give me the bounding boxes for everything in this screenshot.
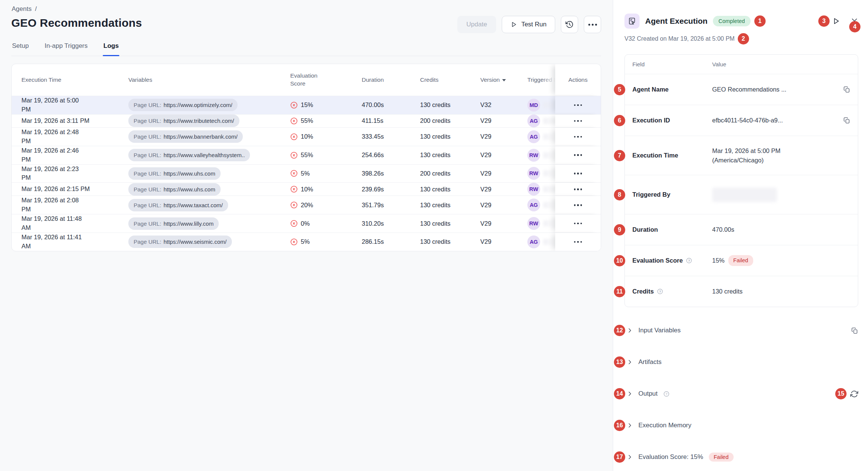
table-row[interactable]: Mar 19, 2026 at 11:41AM Page URL: https:…: [12, 232, 601, 251]
actions-cell: [555, 128, 601, 146]
collapsible-section[interactable]: 12 Input Variables: [624, 315, 858, 346]
duration-cell: 286.15s: [362, 238, 420, 245]
fade-overlay: [542, 183, 555, 196]
version-history-button[interactable]: [561, 16, 578, 33]
row-actions-button[interactable]: [570, 150, 586, 160]
breadcrumb-agents-link[interactable]: Agents: [12, 5, 32, 13]
page-url-pill: Page URL: https://www.taxact.com/: [128, 199, 228, 211]
error-circle-icon: [290, 201, 298, 209]
variables-cell: Page URL: https://www.lilly.com: [128, 217, 290, 230]
field-value: 15% Failed: [712, 255, 850, 266]
column-version-sort[interactable]: Version: [480, 76, 527, 83]
copy-button[interactable]: [843, 117, 850, 124]
page-url-pill: Page URL: https://www.uhs.com: [128, 167, 221, 180]
row-actions-button[interactable]: [570, 116, 586, 126]
evaluation-score-cell: 15%: [290, 101, 362, 109]
page-url-label: Page URL:: [134, 118, 161, 124]
annotation-badge: 10: [614, 255, 625, 266]
help-icon[interactable]: ?: [663, 391, 670, 397]
page-url-label: Page URL:: [134, 102, 161, 108]
logs-table: Execution Time Variables Evaluation Scor…: [11, 64, 601, 251]
table-row[interactable]: Mar 19, 2026 at 2:48PM Page URL: https:/…: [12, 127, 601, 146]
column-evaluation-score: Evaluation Score: [290, 72, 362, 88]
row-actions-button[interactable]: [570, 101, 586, 110]
collapsible-section[interactable]: 14 Output ? 15: [624, 378, 858, 410]
table-row[interactable]: Mar 19, 2026 at 2:08PM Page URL: https:/…: [12, 196, 601, 214]
credits-cell: 130 credits: [420, 101, 480, 109]
evaluation-score-cell: 5%: [290, 170, 362, 177]
field-row: 7 Execution Time Mar 19, 2026 at 5:00 PM…: [625, 136, 858, 175]
collapsible-section[interactable]: 16 Execution Memory: [624, 410, 858, 441]
avatar: AG: [527, 199, 540, 211]
copy-button[interactable]: [851, 327, 858, 334]
score-value: 20%: [301, 202, 313, 209]
section-label: Evaluation Score: 15%: [638, 453, 703, 461]
error-circle-icon: [290, 238, 298, 246]
table-row[interactable]: Mar 19, 2026 at 2:46PM Page URL: https:/…: [12, 146, 601, 164]
chevron-right-icon: [627, 391, 633, 397]
row-actions-button[interactable]: [570, 169, 586, 178]
execution-time-cell: Mar 19, 2026 at 2:23PM: [12, 165, 128, 183]
table-row[interactable]: Mar 19, 2026 at 5:00PM Page URL: https:/…: [12, 96, 601, 114]
score-value: 5%: [301, 238, 310, 245]
annotation-badge-1: 1: [754, 15, 766, 27]
variables-cell: Page URL: https://www.seismic.com/: [128, 236, 290, 248]
help-icon[interactable]: ?: [686, 257, 692, 264]
breadcrumb-separator: /: [35, 5, 37, 13]
version-cell: V29: [480, 220, 527, 227]
agent-execution-panel: Agent Execution Completed 1 3 4 V32 Crea…: [613, 0, 868, 471]
table-row[interactable]: Mar 19, 2026 at 11:48AM Page URL: https:…: [12, 214, 601, 232]
tab-logs[interactable]: Logs: [103, 42, 120, 56]
duration-cell: 310.20s: [362, 220, 420, 227]
section-label: Artifacts: [638, 358, 661, 366]
refresh-output-button[interactable]: [850, 390, 858, 398]
version-cell: V29: [480, 238, 527, 245]
update-button[interactable]: Update: [457, 16, 496, 33]
column-variables: Variables: [128, 76, 290, 83]
tab-setup[interactable]: Setup: [11, 42, 29, 56]
annotation-badge: 13: [614, 356, 625, 368]
score-value: 5%: [301, 170, 310, 177]
collapsible-section[interactable]: 17 Evaluation Score: 15% Failed: [624, 441, 858, 471]
variables-cell: Page URL: https://www.uhs.com: [128, 183, 290, 196]
toolbar: Update Test Run: [457, 16, 601, 33]
row-actions-button[interactable]: [570, 185, 586, 194]
duration-cell: 351.79s: [362, 202, 420, 209]
error-circle-icon: [290, 133, 298, 141]
table-row[interactable]: Mar 19, 2026 at 2:15 PM Page URL: https:…: [12, 182, 601, 196]
error-circle-icon: [290, 170, 298, 177]
triggered-by-cell: AG: [527, 236, 555, 248]
field-value: 130 credits: [712, 287, 850, 296]
triggered-by-cell: RW: [527, 183, 555, 196]
page-url-pill: Page URL: https://www.seismic.com/: [128, 236, 232, 248]
avatar: AG: [527, 115, 540, 127]
triggered-by-cell: RW: [527, 217, 555, 230]
actions-cell: [555, 96, 601, 114]
tab-in-app-triggers[interactable]: In-app Triggers: [44, 42, 88, 56]
more-actions-button[interactable]: [584, 16, 601, 33]
fields-header: Field Value: [625, 55, 858, 74]
field-value: GEO Recommendations ...: [712, 85, 850, 94]
failed-badge: Failed: [709, 453, 734, 462]
copy-button[interactable]: [843, 86, 850, 93]
row-actions-button[interactable]: [570, 219, 586, 228]
row-actions-button[interactable]: [570, 132, 586, 142]
evaluation-score-cell: 20%: [290, 201, 362, 209]
test-run-button[interactable]: Test Run: [502, 16, 555, 33]
collapsible-section[interactable]: 13 Artifacts: [624, 346, 858, 378]
table-row[interactable]: Mar 19, 2026 at 2:23PM Page URL: https:/…: [12, 164, 601, 183]
annotation-badge: 8: [614, 189, 625, 200]
help-icon[interactable]: ?: [657, 288, 663, 295]
execution-time-cell: Mar 19, 2026 at 11:41AM: [12, 233, 128, 251]
avatar: MD: [527, 99, 540, 112]
column-duration: Duration: [362, 76, 420, 83]
row-actions-button[interactable]: [570, 200, 586, 210]
row-actions-button[interactable]: [570, 237, 586, 247]
table-row[interactable]: Mar 19, 2026 at 3:11 PM Page URL: https:…: [12, 114, 601, 127]
field-row: 8 Triggered By: [625, 175, 858, 214]
replay-execution-button[interactable]: [832, 17, 840, 25]
score-value: 0%: [301, 220, 310, 227]
duration-cell: 398.26s: [362, 170, 420, 177]
execution-time-cell: Mar 19, 2026 at 3:11 PM: [12, 116, 128, 125]
duration-cell: 239.69s: [362, 186, 420, 193]
